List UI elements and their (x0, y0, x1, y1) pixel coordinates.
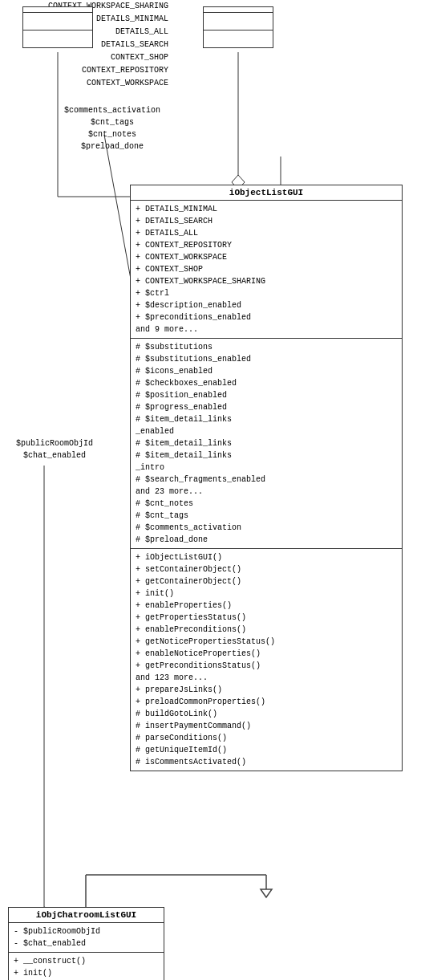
iObjectListGUI-title: iObjectListGUI (131, 185, 402, 201)
attribute-line: + DETAILS_ALL (136, 227, 397, 239)
const-section-1 (204, 13, 273, 30)
attribute-line: # $icons_enabled (136, 365, 397, 377)
annotation-line: $publicRoomObjId (16, 437, 93, 449)
method-line: # isCommentsActivated() (136, 756, 397, 768)
method-line: # getUniqueItemId() (136, 744, 397, 756)
constant-item: CONTEXT_SHOP (0, 51, 168, 64)
static-section-2 (23, 30, 92, 47)
attribute-line: _enabled (136, 425, 397, 437)
static-section-1 (23, 13, 92, 30)
attribute-line: + CONTEXT_WORKSPACE_SHARING (136, 275, 397, 287)
method-line: + enablePreconditions() (136, 624, 397, 636)
method-line: + setContainerObject() (136, 563, 397, 575)
attribute-line: # $checkboxes_enabled (136, 377, 397, 389)
static-box (22, 6, 93, 48)
method-line: + prepareJsLinks() (136, 684, 397, 696)
iObjectListGUI-public-attrs: + DETAILS_MINIMAL+ DETAILS_SEARCH+ DETAI… (131, 201, 402, 339)
method-line: + getNoticePropertiesStatus() (136, 636, 397, 648)
const-box (203, 6, 273, 48)
attribute-line: - $publicRoomObjId (14, 925, 159, 937)
attribute-line: # $cnt_tags (136, 510, 397, 522)
comments-annotation: $comments_activation$cnt_tags$cnt_notes$… (64, 104, 160, 152)
attribute-line: and 23 more... (136, 486, 397, 498)
public-room-annotation: $publicRoomObjId$chat_enabled (16, 437, 93, 462)
method-line: + getContainerObject() (136, 575, 397, 588)
attribute-line: # $item_detail_links (136, 413, 397, 425)
attribute-line: _intro (136, 462, 397, 474)
method-line: + init() (136, 588, 397, 600)
attribute-line: # $comments_activation (136, 522, 397, 534)
uml-diagram: CONTEXT_WORKSPACE_SHARINGDETAILS_MINIMAL… (0, 0, 421, 980)
attribute-line: and 9 more... (136, 323, 397, 335)
method-line: # insertPaymentCommand() (136, 720, 397, 732)
iObjectListGUI-methods: + iObjectListGUI()+ setContainerObject()… (131, 549, 402, 771)
method-line: + getPreconditionsStatus() (136, 660, 397, 672)
attribute-line: # $item_detail_links (136, 449, 397, 462)
method-line: and 123 more... (136, 672, 397, 684)
attribute-line: + $ctrl (136, 287, 397, 299)
method-line: + enableNoticeProperties() (136, 648, 397, 660)
attribute-line: # $progress_enabled (136, 401, 397, 413)
constant-item: CONTEXT_REPOSITORY (0, 64, 168, 77)
attribute-line: + CONTEXT_WORKSPACE (136, 251, 397, 263)
iObjChatroomListGUI-attrs: - $publicRoomObjId- $chat_enabled (9, 923, 164, 953)
annotation-line: $cnt_notes (64, 128, 160, 140)
attribute-line: # $substitutions_enabled (136, 353, 397, 365)
annotation-line: $chat_enabled (16, 449, 93, 462)
annotation-line: $comments_activation (64, 104, 160, 116)
attribute-line: # $cnt_notes (136, 498, 397, 510)
iObjectListGUI-protected-attrs: # $substitutions# $substitutions_enabled… (131, 339, 402, 549)
attribute-line: # $search_fragments_enabled (136, 474, 397, 486)
iObjChatroomListGUI-box: iObjChatroomListGUI - $publicRoomObjId- … (8, 907, 164, 980)
method-line: + iObjectListGUI() (136, 551, 397, 563)
attribute-line: + DETAILS_SEARCH (136, 215, 397, 227)
attribute-line: + DETAILS_MINIMAL (136, 203, 397, 215)
svg-marker-11 (261, 889, 272, 897)
attribute-line: + $description_enabled (136, 299, 397, 311)
method-line: + __construct() (14, 955, 159, 967)
attribute-line: # $preload_done (136, 534, 397, 546)
annotation-line: $cnt_tags (64, 116, 160, 128)
method-line: + getPropertiesStatus() (136, 612, 397, 624)
constant-item: CONTEXT_WORKSPACE (0, 77, 168, 90)
attribute-line: + CONTEXT_REPOSITORY (136, 239, 397, 251)
attribute-line: # $item_detail_links (136, 437, 397, 449)
attribute-line: # $substitutions (136, 341, 397, 353)
attribute-line: + CONTEXT_SHOP (136, 263, 397, 275)
annotation-line: $preload_done (64, 140, 160, 152)
attribute-line: + $preconditions_enabled (136, 311, 397, 323)
iObjectListGUI-box: iObjectListGUI + DETAILS_MINIMAL+ DETAIL… (130, 185, 403, 771)
method-line: + enableProperties() (136, 600, 397, 612)
const-title (204, 7, 273, 13)
method-line: + init() (14, 967, 159, 979)
method-line: + preloadCommonProperties() (136, 696, 397, 708)
attribute-line: - $chat_enabled (14, 937, 159, 950)
static-title (23, 7, 92, 13)
method-line: # buildGotoLink() (136, 708, 397, 720)
iObjChatroomListGUI-methods: + __construct()+ init()+ getCommandImage… (9, 953, 164, 980)
const-section-2 (204, 30, 273, 47)
iObjChatroomListGUI-title: iObjChatroomListGUI (9, 908, 164, 923)
method-line: # parseConditions() (136, 732, 397, 744)
attribute-line: # $position_enabled (136, 389, 397, 401)
